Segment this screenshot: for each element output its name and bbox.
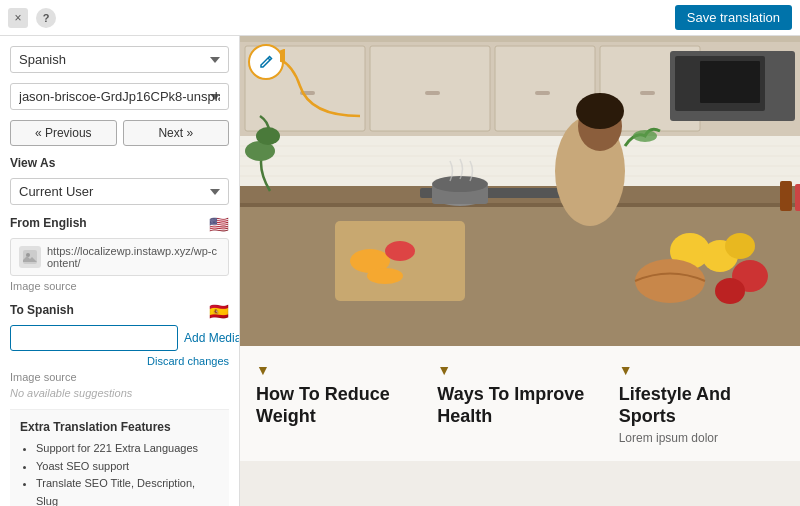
svg-rect-10 (300, 91, 315, 95)
to-input-row: Add Media (10, 325, 229, 351)
card-1: ▼ How To Reduce Weight (256, 362, 421, 445)
features-list: Support for 221 Extra Languages Yoast SE… (20, 440, 219, 506)
card-1-title: How To Reduce Weight (256, 384, 421, 427)
source-image-icon (19, 246, 41, 268)
page-select[interactable]: jason-briscoe-GrdJp16CPk8-unsplash... (10, 83, 229, 110)
language-select[interactable]: Spanish (10, 46, 229, 73)
help-button[interactable]: ? (36, 8, 56, 28)
from-label: From English (10, 216, 87, 230)
svg-rect-7 (370, 46, 490, 131)
card-3: ▼ Lifestyle And Sports Lorem ipsum dolor (619, 362, 784, 445)
extra-features-section: Extra Translation Features Support for 2… (10, 409, 229, 506)
save-translation-button[interactable]: Save translation (675, 5, 792, 30)
close-icon: × (14, 11, 21, 25)
list-item: Translate SEO Title, Description, Slug (36, 475, 219, 506)
view-as-label: View As (10, 156, 229, 170)
from-image-source-label: Image source (10, 280, 229, 292)
edit-pencil-button[interactable] (248, 44, 284, 80)
card-2-arrow: ▼ (437, 362, 451, 378)
nav-buttons: « Previous Next » (10, 120, 229, 146)
card-3-arrow: ▼ (619, 362, 633, 378)
svg-rect-17 (240, 136, 800, 186)
image-section (240, 36, 800, 346)
discard-changes-link[interactable]: Discard changes (147, 355, 229, 367)
svg-rect-12 (535, 91, 550, 95)
list-item: Support for 221 Extra Languages (36, 440, 219, 458)
svg-point-34 (367, 268, 403, 284)
svg-rect-16 (700, 61, 760, 103)
svg-point-37 (576, 93, 624, 129)
left-panel: Spanish jason-briscoe-GrdJp16CPk8-unspla… (0, 36, 240, 506)
svg-rect-48 (795, 184, 800, 211)
svg-rect-23 (240, 203, 800, 207)
from-flag-row: From English 🇺🇸 (10, 215, 229, 234)
spanish-flag: 🇪🇸 (209, 302, 229, 321)
list-item: Yoast SEO support (36, 458, 219, 476)
svg-point-41 (725, 233, 755, 259)
from-section: From English 🇺🇸 https://localizewp.insta… (10, 215, 229, 292)
main-layout: Spanish jason-briscoe-GrdJp16CPk8-unspla… (0, 36, 800, 506)
svg-point-44 (715, 278, 745, 304)
to-section: To Spanish 🇪🇸 Add Media Discard changes … (10, 302, 229, 399)
to-image-source-label: Image source (10, 371, 229, 383)
svg-point-1 (26, 253, 30, 257)
extra-features-title: Extra Translation Features (20, 420, 219, 434)
to-flag-row: To Spanish 🇪🇸 (10, 302, 229, 321)
svg-rect-24 (240, 207, 800, 346)
to-label: To Spanish (10, 303, 74, 317)
svg-point-46 (256, 127, 280, 145)
svg-point-33 (385, 241, 415, 261)
view-as-section: View As Current User (10, 156, 229, 205)
english-flag: 🇺🇸 (209, 215, 229, 234)
svg-rect-11 (425, 91, 440, 95)
view-as-select[interactable]: Current User (10, 178, 229, 205)
card-2-title: Ways To Improve Health (437, 384, 602, 427)
svg-rect-13 (640, 91, 655, 95)
close-button[interactable]: × (8, 8, 28, 28)
svg-point-38 (633, 130, 657, 142)
add-media-button[interactable]: Add Media (184, 331, 240, 345)
cards-row: ▼ How To Reduce Weight ▼ Ways To Improve… (240, 346, 800, 461)
svg-point-42 (635, 259, 705, 303)
right-panel: ▼ How To Reduce Weight ▼ Ways To Improve… (240, 36, 800, 506)
source-url-box: https://localizewp.instawp.xyz/wp-conten… (10, 238, 229, 276)
card-3-excerpt: Lorem ipsum dolor (619, 431, 718, 445)
card-1-arrow: ▼ (256, 362, 270, 378)
svg-rect-5 (240, 36, 800, 42)
card-2: ▼ Ways To Improve Health (437, 362, 602, 445)
to-translation-input[interactable] (10, 325, 178, 351)
card-3-title: Lifestyle And Sports (619, 384, 784, 427)
no-suggestions-text: No available suggestions (10, 387, 229, 399)
next-button[interactable]: Next » (123, 120, 230, 146)
top-bar: × ? Save translation (0, 0, 800, 36)
source-url-text: https://localizewp.instawp.xyz/wp-conten… (47, 245, 220, 269)
kitchen-image (240, 36, 800, 346)
svg-rect-47 (780, 181, 792, 211)
previous-button[interactable]: « Previous (10, 120, 117, 146)
help-icon: ? (43, 12, 50, 24)
